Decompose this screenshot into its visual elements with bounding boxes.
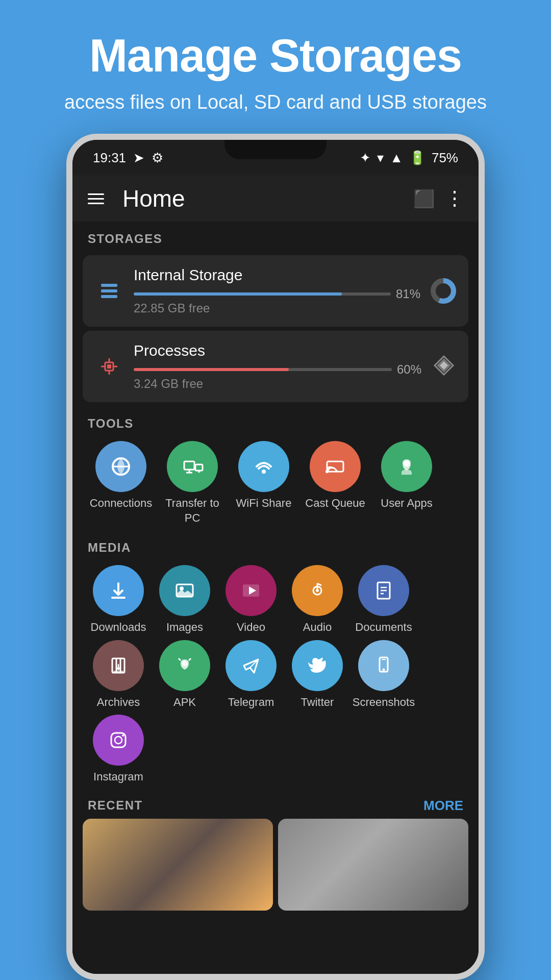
twitter-icon (292, 640, 343, 691)
tool-user-apps[interactable]: User Apps (373, 441, 440, 525)
recent-images-row (72, 819, 479, 911)
svg-rect-16 (195, 464, 203, 471)
processes-name: Processes (134, 342, 421, 359)
cast-button[interactable]: ⬛ (413, 188, 435, 209)
processes-free: 3.24 GB free (134, 377, 421, 391)
signal-icon: ▲ (390, 150, 403, 166)
wifi-icon: ▾ (377, 150, 384, 166)
app-bar-title: Home (122, 185, 403, 212)
media-section-label: MEDIA (72, 530, 479, 560)
media-downloads[interactable]: Downloads (88, 565, 149, 635)
audio-label: Audio (303, 620, 332, 635)
cast-queue-icon (310, 441, 361, 492)
bluetooth-icon: ✦ (360, 150, 371, 166)
wifi-share-icon (238, 441, 289, 492)
status-time: 19:31 (93, 150, 126, 166)
recent-header: RECENT MORE (72, 790, 479, 819)
video-icon (226, 565, 277, 616)
recent-more-button[interactable]: MORE (423, 798, 463, 814)
processes-progress-fill (134, 368, 289, 371)
downloads-label: Downloads (91, 620, 146, 635)
transfer-icon (167, 441, 218, 492)
app-bar: Home ⬛ ⋮ (72, 176, 479, 222)
telegram-label: Telegram (228, 695, 274, 710)
media-video[interactable]: Video (220, 565, 282, 635)
media-images[interactable]: Images (154, 565, 215, 635)
battery-percent: 75% (432, 150, 458, 166)
status-left: 19:31 ➤ ⚙ (93, 150, 163, 166)
svg-point-20 (325, 470, 329, 473)
media-grid: Downloads Images Video Audio (72, 560, 479, 790)
phone-frame: 19:31 ➤ ⚙ ✦ ▾ ▲ 🔋 75% Home ⬛ ⋮ STORAGES (66, 134, 485, 980)
media-archives[interactable]: Archives (88, 640, 149, 710)
page-title: Manage Storages (64, 31, 487, 81)
archives-icon (93, 640, 144, 691)
recent-thumb-2[interactable] (278, 819, 468, 911)
internal-storage-free: 22.85 GB free (134, 301, 420, 315)
tool-wifi-share[interactable]: WiFi Share (231, 441, 297, 525)
telegram-icon (226, 640, 277, 691)
connections-icon (95, 441, 146, 492)
phone-notch (224, 140, 327, 159)
svg-point-39 (383, 668, 385, 671)
media-audio[interactable]: Audio (287, 565, 348, 635)
internal-storage-percent: 81% (396, 287, 420, 301)
page-header: Manage Storages access files on Local, S… (23, 0, 528, 134)
images-label: Images (166, 620, 203, 635)
recent-thumb-1[interactable] (83, 819, 273, 911)
tools-grid: Connections Transfer to PC (72, 436, 479, 530)
app-bar-actions: ⬛ ⋮ (413, 187, 463, 210)
media-instagram[interactable]: Instagram (88, 715, 149, 785)
overflow-menu-button[interactable]: ⋮ (445, 187, 463, 210)
internal-storage-progress-bg (134, 292, 391, 296)
processes-chart (432, 353, 456, 380)
status-right: ✦ ▾ ▲ 🔋 75% (360, 150, 458, 166)
tool-transfer[interactable]: Transfer to PC (159, 441, 226, 525)
user-apps-icon (381, 441, 432, 492)
battery-icon: 🔋 (409, 150, 425, 166)
documents-label: Documents (355, 620, 412, 635)
svg-rect-13 (184, 461, 194, 470)
internal-storage-name: Internal Storage (134, 266, 420, 284)
page-subtitle: access files on Local, SD card and USB s… (64, 91, 487, 113)
media-twitter[interactable]: Twitter (287, 640, 348, 710)
main-content: STORAGES Internal Storage 81% 22.85 GB (72, 222, 479, 974)
svg-point-42 (115, 737, 122, 744)
svg-line-36 (179, 658, 181, 660)
processes-info: Processes 60% 3.24 GB free (134, 342, 421, 391)
tool-cast-queue[interactable]: Cast Queue (302, 441, 368, 525)
downloads-icon (93, 565, 144, 616)
archives-label: Archives (97, 695, 140, 710)
recent-section-label: RECENT (88, 798, 143, 813)
images-icon (159, 565, 210, 616)
media-screenshots[interactable]: Screenshots (353, 640, 414, 710)
internal-storage-info: Internal Storage 81% 22.85 GB free (134, 266, 420, 315)
tool-connections[interactable]: Connections (88, 441, 154, 525)
media-apk[interactable]: APK (154, 640, 215, 710)
internal-storage-icon (95, 277, 123, 305)
svg-point-18 (262, 470, 266, 474)
svg-point-35 (182, 661, 187, 666)
user-apps-label: User Apps (381, 496, 433, 511)
screenshots-icon (358, 640, 409, 691)
media-documents[interactable]: Documents (353, 565, 414, 635)
processes-icon (95, 352, 123, 381)
svg-point-43 (122, 734, 124, 737)
internal-storage-card[interactable]: Internal Storage 81% 22.85 GB free (83, 255, 468, 327)
documents-icon (358, 565, 409, 616)
internal-storage-progress-row: 81% (134, 287, 420, 301)
svg-rect-2 (101, 295, 117, 298)
svg-rect-0 (101, 284, 117, 287)
transfer-label: Transfer to PC (159, 496, 226, 525)
processes-progress-bg (134, 368, 392, 371)
internal-storage-progress-fill (134, 292, 342, 296)
processes-card[interactable]: Processes 60% 3.24 GB free (83, 331, 468, 402)
twitter-label: Twitter (301, 695, 334, 710)
internal-storage-chart (431, 278, 456, 304)
connections-label: Connections (90, 496, 152, 511)
settings-icon: ⚙ (152, 150, 163, 166)
media-telegram[interactable]: Telegram (220, 640, 282, 710)
svg-rect-6 (107, 364, 111, 369)
menu-button[interactable] (88, 193, 104, 204)
apk-label: APK (173, 695, 196, 710)
